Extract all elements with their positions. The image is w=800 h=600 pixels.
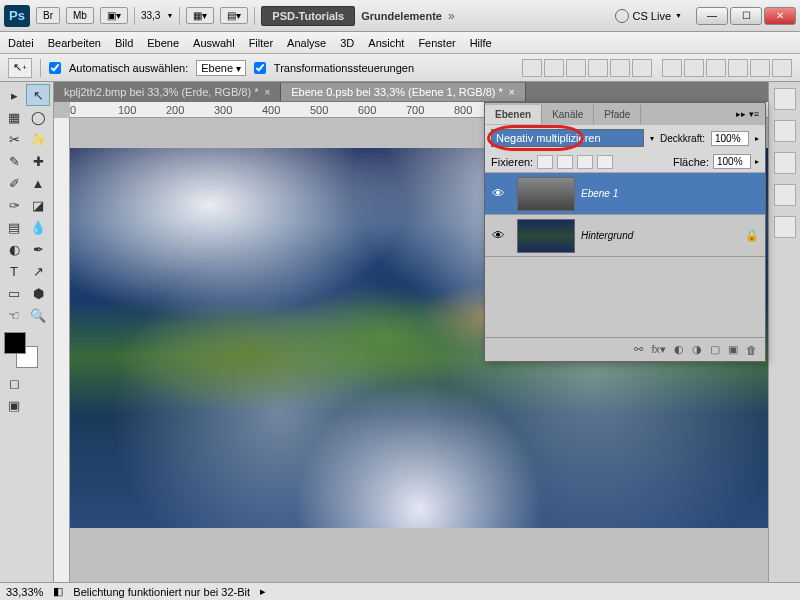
color-swatches[interactable]	[2, 332, 42, 368]
zoom-dropdown-icon[interactable]: ▼	[166, 12, 173, 19]
adjustment-layer-icon[interactable]: ◑	[692, 343, 702, 356]
bridge-button[interactable]: Br	[36, 7, 60, 24]
lock-transparency-icon[interactable]	[537, 155, 553, 169]
lock-all-icon[interactable]	[597, 155, 613, 169]
status-zoom[interactable]: 33,33%	[6, 586, 43, 598]
layer-mask-icon[interactable]: ◐	[674, 343, 684, 356]
ruler-vertical[interactable]	[54, 118, 70, 582]
delete-layer-icon[interactable]: 🗑	[746, 344, 757, 356]
chevron-right-icon[interactable]: »	[448, 9, 455, 23]
dock-masks-icon[interactable]	[774, 152, 796, 174]
layer-thumbnail[interactable]	[517, 177, 575, 211]
align-left-button[interactable]	[588, 59, 608, 77]
3d-tool[interactable]: ⬢	[26, 282, 50, 304]
eyedropper-tool[interactable]: ✎	[2, 150, 26, 172]
hand-tool[interactable]: ☜	[2, 304, 26, 326]
close-icon[interactable]: ×	[264, 87, 270, 98]
wand-tool[interactable]: ✨	[26, 128, 50, 150]
layer-name[interactable]: Hintergrund	[581, 230, 745, 241]
menu-fenster[interactable]: Fenster	[418, 37, 455, 49]
shape-tool[interactable]: ▭	[2, 282, 26, 304]
dock-swatches-icon[interactable]	[774, 88, 796, 110]
visibility-icon[interactable]: 👁	[485, 186, 511, 201]
menu-datei[interactable]: Datei	[8, 37, 34, 49]
psd-tutorials-button[interactable]: PSD-Tutorials	[261, 6, 355, 26]
close-button[interactable]: ✕	[764, 7, 796, 25]
menu-bild[interactable]: Bild	[115, 37, 133, 49]
menu-filter[interactable]: Filter	[249, 37, 273, 49]
blend-mode-dropdown[interactable]: Negativ multiplizieren	[491, 129, 644, 147]
layer-name[interactable]: Ebene 1	[581, 188, 765, 199]
move-tool-icon[interactable]: ↖+	[8, 58, 32, 78]
tab-ebenen[interactable]: Ebenen	[485, 105, 542, 124]
menu-ebene[interactable]: Ebene	[147, 37, 179, 49]
layer-group-icon[interactable]: ▢	[710, 343, 720, 356]
lock-pixels-icon[interactable]	[557, 155, 573, 169]
opacity-input[interactable]: 100%	[711, 131, 749, 146]
distribute-3-button[interactable]	[706, 59, 726, 77]
gradient-tool[interactable]: ▤	[2, 216, 26, 238]
status-nav-icon[interactable]: ◧	[53, 585, 63, 598]
screenmode-button[interactable]: ▣	[2, 394, 26, 416]
foreground-color-swatch[interactable]	[4, 332, 26, 354]
menu-bearbeiten[interactable]: Bearbeiten	[48, 37, 101, 49]
dock-brushes-icon[interactable]	[774, 184, 796, 206]
link-layers-icon[interactable]: ⚯	[634, 343, 643, 356]
visibility-icon[interactable]: 👁	[485, 228, 511, 243]
cslive-label[interactable]: CS Live	[633, 10, 672, 22]
layer-row[interactable]: 👁 Hintergrund 🔒	[485, 215, 765, 257]
view-extras-button[interactable]: ▦▾	[186, 7, 214, 24]
distribute-6-button[interactable]	[772, 59, 792, 77]
minimize-button[interactable]: —	[696, 7, 728, 25]
workspace-name[interactable]: Grundelemente	[361, 10, 442, 22]
move-tool[interactable]: ↖	[26, 84, 50, 106]
tool-ps-icon[interactable]: ▸	[2, 84, 26, 106]
align-top-button[interactable]	[522, 59, 542, 77]
doc-tab-2[interactable]: Ebene 0.psb bei 33,3% (Ebene 1, RGB/8) *…	[281, 83, 525, 101]
zoom-level[interactable]: 33,3	[141, 10, 160, 21]
crop-tool[interactable]: ✂	[2, 128, 26, 150]
path-tool[interactable]: ↗	[26, 260, 50, 282]
layer-thumbnail[interactable]	[517, 219, 575, 253]
distribute-1-button[interactable]	[662, 59, 682, 77]
history-brush-tool[interactable]: ✑	[2, 194, 26, 216]
fill-input[interactable]: 100%	[713, 154, 751, 169]
distribute-2-button[interactable]	[684, 59, 704, 77]
minibridge-button[interactable]: Mb	[66, 7, 94, 24]
tab-kanaele[interactable]: Kanäle	[542, 105, 594, 124]
tab-pfade[interactable]: Pfade	[594, 105, 641, 124]
align-vcenter-button[interactable]	[544, 59, 564, 77]
menu-3d[interactable]: 3D	[340, 37, 354, 49]
new-layer-icon[interactable]: ▣	[728, 343, 738, 356]
marquee-tool[interactable]: ▦	[2, 106, 26, 128]
menu-ansicht[interactable]: Ansicht	[368, 37, 404, 49]
distribute-5-button[interactable]	[750, 59, 770, 77]
align-right-button[interactable]	[632, 59, 652, 77]
transform-checkbox[interactable]	[254, 62, 266, 74]
align-hcenter-button[interactable]	[610, 59, 630, 77]
lock-position-icon[interactable]	[577, 155, 593, 169]
heal-tool[interactable]: ✚	[26, 150, 50, 172]
panel-menu-icon[interactable]: ▸▸ ▾≡	[730, 109, 765, 119]
blur-tool[interactable]: 💧	[26, 216, 50, 238]
close-icon[interactable]: ×	[509, 87, 515, 98]
pen-tool[interactable]: ✒	[26, 238, 50, 260]
menu-auswahl[interactable]: Auswahl	[193, 37, 235, 49]
auto-select-checkbox[interactable]	[49, 62, 61, 74]
screen-mode-button[interactable]: ▣▾	[100, 7, 128, 24]
lasso-tool[interactable]: ◯	[26, 106, 50, 128]
dock-layers-icon[interactable]	[774, 216, 796, 238]
menu-analyse[interactable]: Analyse	[287, 37, 326, 49]
auto-select-dropdown[interactable]: Ebene ▾	[196, 60, 246, 76]
eraser-tool[interactable]: ◪	[26, 194, 50, 216]
stamp-tool[interactable]: ▲	[26, 172, 50, 194]
brush-tool[interactable]: ✐	[2, 172, 26, 194]
type-tool[interactable]: T	[2, 260, 26, 282]
maximize-button[interactable]: ☐	[730, 7, 762, 25]
dock-adjustments-icon[interactable]	[774, 120, 796, 142]
layer-row[interactable]: 👁 Ebene 1	[485, 173, 765, 215]
distribute-4-button[interactable]	[728, 59, 748, 77]
align-bottom-button[interactable]	[566, 59, 586, 77]
arrange-button[interactable]: ▤▾	[220, 7, 248, 24]
menu-hilfe[interactable]: Hilfe	[470, 37, 492, 49]
